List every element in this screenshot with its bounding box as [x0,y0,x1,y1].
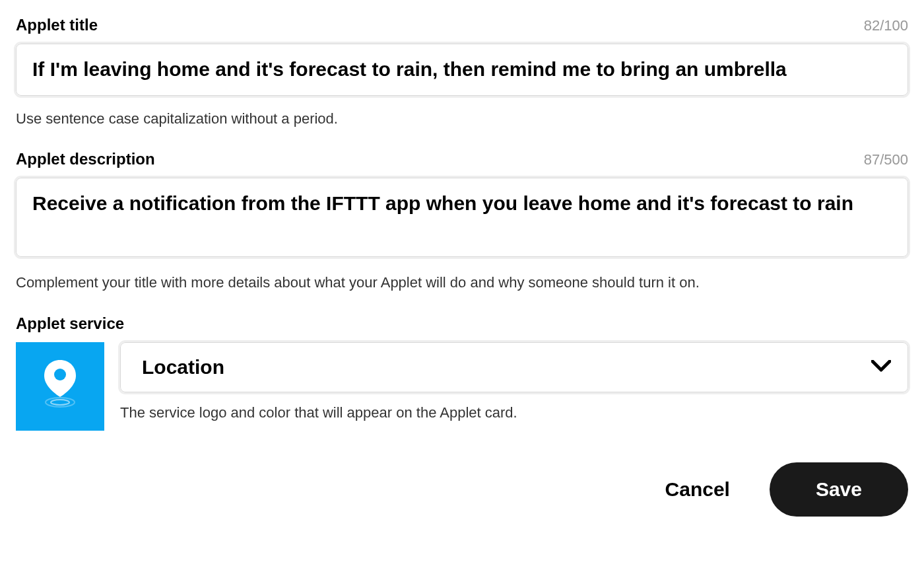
service-row: Location The service logo and color that… [16,342,908,431]
actions-row: Cancel Save [16,462,908,517]
title-label: Applet title [16,16,98,34]
title-label-row: Applet title 82/100 [16,16,908,34]
description-label-row: Applet description 87/500 [16,150,908,168]
service-helper-text: The service logo and color that will app… [120,404,908,421]
svg-point-1 [51,400,69,405]
location-pin-icon [42,360,79,413]
service-label: Applet service [16,314,124,333]
description-char-count: 87/500 [864,151,908,168]
applet-service-section: Applet service Location [16,314,908,431]
service-icon-box [16,342,104,431]
service-select[interactable]: Location [120,342,908,392]
save-button[interactable]: Save [770,462,908,517]
service-right-column: Location The service logo and color that… [120,342,908,421]
applet-title-section: Applet title 82/100 Use sentence case ca… [16,16,908,129]
service-select-wrap: Location [120,342,908,392]
applet-description-input[interactable]: Receive a notification from the IFTTT ap… [16,178,908,257]
description-helper-text: Complement your title with more details … [16,273,908,293]
svg-point-0 [54,369,66,380]
applet-title-input[interactable] [16,44,908,96]
title-helper-text: Use sentence case capitalization without… [16,109,908,129]
description-label: Applet description [16,150,155,168]
applet-description-section: Applet description 87/500 Receive a noti… [16,150,908,293]
title-char-count: 82/100 [864,17,908,34]
cancel-button[interactable]: Cancel [665,478,730,501]
service-label-row: Applet service [16,314,908,333]
